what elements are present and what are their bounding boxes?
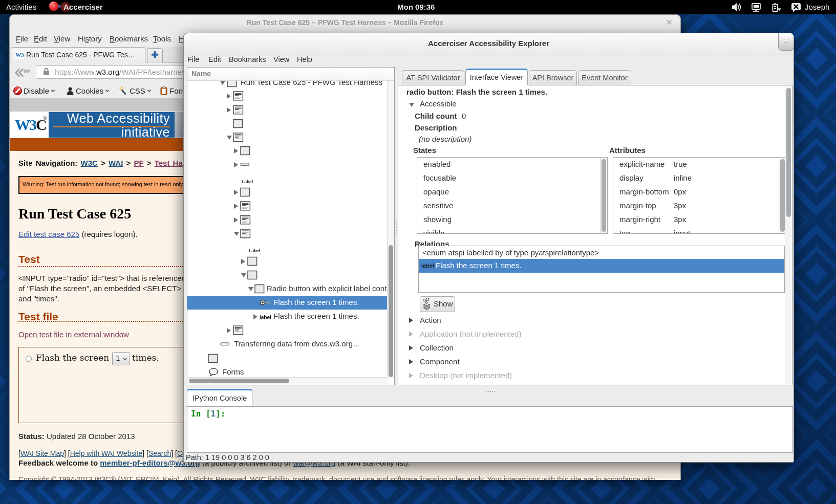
expander-right-icon[interactable]: [227, 94, 231, 99]
tree-vscrollbar[interactable]: [387, 81, 394, 378]
devbar-css-button[interactable]: CSS: [119, 85, 152, 97]
expander-collection[interactable]: Collection: [420, 343, 454, 352]
attributes-list[interactable]: explicit-nametruedisplayinlinemargin-bot…: [613, 157, 786, 234]
firefox-menu-bookmarks[interactable]: Bookmarks: [110, 34, 148, 43]
tree-row-transferring-data-[interactable]: Transferring data from dvcs.w3.org…: [187, 337, 387, 351]
expander-right-icon[interactable]: [409, 332, 413, 337]
accerciser-menu-file[interactable]: File: [187, 55, 199, 63]
tree-hscrollbar-thumb[interactable]: [189, 379, 289, 383]
expander-down-icon[interactable]: [241, 273, 246, 277]
accessible-expander[interactable]: Accessible: [420, 99, 457, 108]
w3c-logo[interactable]: W3C ®: [12, 112, 49, 138]
accerciser-menu-help[interactable]: Help: [297, 55, 312, 63]
times-select[interactable]: 1: [112, 352, 130, 365]
attribute-row[interactable]: displayinline: [613, 171, 786, 185]
tree-row[interactable]: [187, 158, 387, 171]
relation-target-row[interactable]: labelFlash the screen 1 times.: [419, 259, 784, 273]
nav-link-pf[interactable]: PF: [134, 159, 143, 167]
expander-right-icon[interactable]: [409, 318, 413, 323]
expander-component[interactable]: Component: [420, 357, 460, 366]
expander-action[interactable]: Action: [420, 316, 441, 324]
devbar-cookies-button[interactable]: Cookies: [66, 85, 110, 97]
state-row[interactable]: enabled: [417, 158, 607, 171]
volume-icon[interactable]: [731, 0, 742, 14]
attribute-row[interactable]: margin-bottom0px: [613, 185, 786, 199]
state-row[interactable]: showing: [417, 213, 607, 227]
tree-row[interactable]: [187, 89, 387, 103]
relations-list[interactable]: <enum atspi labelled by of type pyatspir…: [418, 246, 785, 293]
expander-down-icon[interactable]: [248, 287, 253, 291]
expander-right-icon[interactable]: [227, 328, 231, 333]
tree-row[interactable]: [187, 323, 387, 337]
footer-link-search[interactable]: Search: [148, 449, 171, 457]
tree-row[interactable]: [187, 213, 387, 227]
tab-api-browser[interactable]: API Browser: [529, 70, 577, 85]
attribute-row[interactable]: margin-top3px: [613, 199, 786, 213]
tree-row[interactable]: [187, 268, 387, 282]
devbar-disable-button[interactable]: Disable: [13, 85, 55, 97]
expander-down-icon[interactable]: [234, 232, 239, 236]
expander-right-icon[interactable]: [409, 359, 413, 364]
edit-test-case-link[interactable]: Edit test case 625: [18, 230, 79, 238]
tree-row-flash-the-screen-1[interactable]: Flash the screen 1 times.: [187, 296, 387, 310]
user-menu-button[interactable]: Joseph: [805, 0, 829, 14]
footer-link-help-with-wai-website[interactable]: Help with WAI Website: [70, 449, 143, 457]
tree-row[interactable]: [187, 199, 387, 213]
expander-right-icon[interactable]: [234, 162, 238, 167]
state-row[interactable]: visible: [417, 227, 607, 234]
tab-at-spi-validator[interactable]: AT-SPI Validator: [402, 70, 464, 85]
tab-ipython-console[interactable]: IPython Console: [187, 389, 252, 406]
nav-link-wai[interactable]: WAI: [109, 159, 123, 167]
flash-radio-button[interactable]: [26, 356, 32, 362]
expander-right-icon[interactable]: [234, 204, 238, 209]
tree-row[interactable]: [187, 352, 387, 365]
firefox-menu-edit[interactable]: Edit: [34, 34, 47, 43]
expander-right-icon[interactable]: [241, 259, 245, 264]
relation-type-row[interactable]: <enum atspi labelled by of type pyatspir…: [419, 246, 784, 260]
tree-row-flash-the-screen-1[interactable]: labelFlash the screen 1 times.: [187, 310, 387, 323]
expander-right-icon[interactable]: [227, 107, 231, 113]
states-scrollbar[interactable]: [600, 158, 607, 233]
expander-right-icon[interactable]: [409, 345, 413, 350]
tree-header[interactable]: Name: [187, 68, 394, 81]
firefox-menu-file[interactable]: File: [16, 34, 28, 43]
tree-row[interactable]: [187, 254, 387, 268]
firefox-tab[interactable]: W3 Run Test Case 625 - PFWG Tes…: [11, 47, 145, 63]
attribute-row[interactable]: margin-right3px: [613, 213, 786, 227]
ipython-console[interactable]: In [1]:: [187, 406, 793, 453]
back-button[interactable]: [14, 66, 32, 79]
state-row[interactable]: sensitive: [417, 199, 607, 213]
accerciser-menu-view[interactable]: View: [273, 55, 289, 63]
chat-status-icon[interactable]: [790, 0, 802, 14]
expander-right-icon[interactable]: [409, 373, 413, 378]
tree-row[interactable]: [187, 185, 387, 199]
tree-row[interactable]: [187, 117, 387, 130]
expander-right-icon[interactable]: [234, 217, 238, 223]
tree-row[interactable]: [187, 227, 387, 240]
tree-row-forms[interactable]: Forms: [187, 365, 387, 378]
expander-application-not-implemented-[interactable]: Application (not implemented): [420, 330, 521, 338]
display-icon[interactable]: [751, 0, 762, 14]
state-row[interactable]: opaque: [417, 185, 607, 199]
activities-button[interactable]: Activities: [6, 0, 36, 14]
accerciser-close-icon[interactable]: ✕: [778, 33, 794, 51]
tree-vscrollbar-thumb[interactable]: [389, 245, 393, 377]
expander-right-icon[interactable]: [234, 148, 238, 154]
accessible-expander-icon[interactable]: [409, 103, 414, 107]
show-button[interactable]: Show: [420, 296, 455, 312]
accerciser-menu-edit[interactable]: Edit: [208, 55, 221, 63]
tree-row[interactable]: [187, 144, 387, 158]
firefox-menu-tools[interactable]: Tools: [153, 34, 171, 43]
tree-row[interactable]: Label: [187, 171, 387, 185]
state-row[interactable]: focusable: [417, 171, 607, 185]
firefox-close-icon[interactable]: ✕: [662, 15, 676, 30]
footer-link-wai-site-map[interactable]: WAI Site Map: [20, 449, 64, 457]
tree-row-run-test-case-625-[interactable]: Run Test Case 625 - PFWG Test Harness: [187, 81, 387, 90]
app-menu-button[interactable]: Accerciser: [63, 0, 103, 14]
tree-hscrollbar[interactable]: [188, 377, 388, 384]
iv-vscrollbar[interactable]: [785, 86, 791, 384]
tree-row[interactable]: [187, 130, 387, 144]
console-splitter[interactable]: [485, 386, 500, 390]
attribute-row[interactable]: taginput: [613, 227, 786, 234]
accerciser-menu-bookmarks[interactable]: Bookmarks: [229, 55, 266, 63]
